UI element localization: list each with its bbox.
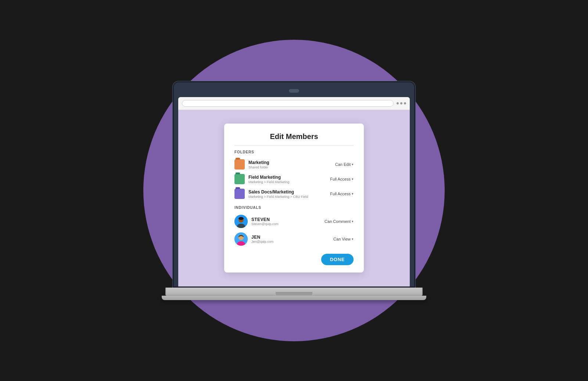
- permission-text-marketing: Can Edit: [335, 162, 351, 167]
- folder-icon-sales-docs: [234, 189, 245, 199]
- chevron-field-marketing: ▾: [352, 177, 354, 181]
- person-left-jen: JEN Jen@qaip.com: [234, 232, 273, 246]
- folder-path-marketing: Shared folder: [248, 165, 269, 169]
- browser-dot-2: [400, 102, 402, 104]
- chevron-steven: ▾: [352, 220, 354, 223]
- person-name-steven: STEVEN: [251, 217, 279, 222]
- folder-text-sales-docs: Sales Docs/Marketing Marketing > Field M…: [248, 189, 308, 199]
- folder-item-field-marketing: Field Marketing Marketing > Field Market…: [234, 172, 354, 186]
- folder-left-marketing: Marketing Shared folder: [234, 159, 269, 170]
- person-name-jen: JEN: [251, 235, 273, 240]
- folder-item-sales-docs: Sales Docs/Marketing Marketing > Field M…: [234, 186, 354, 201]
- browser-dots: [397, 102, 406, 104]
- browser-dot-1: [397, 102, 399, 104]
- scene: Edit Members FOLDERS Marketing Shared fo…: [129, 25, 459, 356]
- permission-text-jen: Can View: [333, 237, 351, 241]
- folders-section-label: FOLDERS: [234, 150, 354, 154]
- folder-item-marketing: Marketing Shared folder Can Edit ▾: [234, 157, 354, 172]
- permission-text-field-marketing: Full Access: [330, 177, 351, 181]
- folder-text-field-marketing: Field Marketing Marketing > Field Market…: [248, 175, 289, 184]
- person-left-steven: STEVEN Steven@quip.com: [234, 215, 279, 228]
- laptop-lid: Edit Members FOLDERS Marketing Shared fo…: [173, 81, 415, 288]
- modal-title: Edit Members: [234, 132, 354, 146]
- permission-field-marketing[interactable]: Full Access ▾: [330, 177, 354, 181]
- person-email-jen: Jen@qaip.com: [251, 240, 273, 243]
- edit-members-modal: Edit Members FOLDERS Marketing Shared fo…: [224, 124, 364, 273]
- svg-point-2: [239, 217, 244, 220]
- person-item-steven: STEVEN Steven@quip.com Can Comment ▾: [234, 213, 354, 230]
- camera-bar: [178, 87, 410, 95]
- folder-text-marketing: Marketing Shared folder: [248, 160, 269, 169]
- permission-sales-docs[interactable]: Full Access ▾: [330, 192, 354, 196]
- browser-chrome: [178, 97, 410, 110]
- browser-dot-3: [404, 102, 406, 104]
- laptop-base: [165, 288, 423, 296]
- individuals-section-label: INDIVIDUALS: [234, 206, 354, 210]
- folder-icon-marketing: [234, 159, 245, 170]
- laptop-foot: [162, 296, 426, 300]
- camera: [289, 89, 299, 93]
- folder-icon-field-marketing: [234, 174, 245, 184]
- screen-content: Edit Members FOLDERS Marketing Shared fo…: [178, 110, 410, 286]
- address-bar[interactable]: [182, 100, 394, 107]
- folder-left-sales-docs: Sales Docs/Marketing Marketing > Field M…: [234, 189, 308, 199]
- folder-name-marketing: Marketing: [248, 160, 269, 165]
- permission-text-steven: Can Comment: [325, 219, 351, 224]
- done-button[interactable]: DONE: [321, 254, 354, 265]
- permission-text-sales-docs: Full Access: [330, 192, 351, 196]
- avatar-steven: [234, 215, 248, 228]
- folder-path-field-marketing: Marketing > Field Marketing: [248, 180, 289, 184]
- person-text-steven: STEVEN Steven@quip.com: [251, 217, 279, 226]
- folder-name-sales-docs: Sales Docs/Marketing: [248, 189, 308, 195]
- permission-jen[interactable]: Can View ▾: [333, 237, 354, 241]
- laptop: Edit Members FOLDERS Marketing Shared fo…: [162, 81, 426, 300]
- folder-left-field-marketing: Field Marketing Marketing > Field Market…: [234, 174, 289, 184]
- folder-path-sales-docs: Marketing > Field Marketing > CBU Field: [248, 195, 308, 199]
- avatar-jen: [234, 232, 248, 246]
- chevron-sales-docs: ▾: [352, 192, 354, 196]
- permission-marketing[interactable]: Can Edit ▾: [335, 162, 354, 167]
- chevron-jen: ▾: [352, 237, 354, 241]
- person-email-steven: Steven@quip.com: [251, 222, 279, 226]
- permission-steven[interactable]: Can Comment ▾: [325, 219, 354, 224]
- folder-name-field-marketing: Field Marketing: [248, 175, 289, 180]
- person-item-jen: JEN Jen@qaip.com Can View ▾: [234, 230, 354, 248]
- chevron-marketing: ▾: [352, 163, 354, 166]
- person-text-jen: JEN Jen@qaip.com: [251, 235, 273, 243]
